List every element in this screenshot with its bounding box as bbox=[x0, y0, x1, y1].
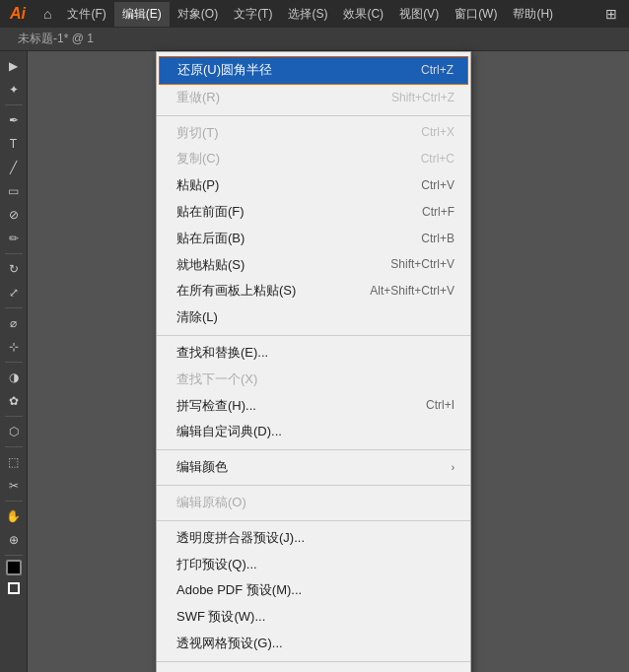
menu-item-perspgrid-label: 透视网格预设(G)... bbox=[176, 634, 283, 654]
menu-item-findnext[interactable]: 查找下一个(X) bbox=[157, 367, 470, 393]
toolbar-separator-4 bbox=[5, 362, 23, 363]
menu-object[interactable]: 对象(O) bbox=[170, 2, 226, 27]
menu-item-colorsettings[interactable]: 颜色设置(G)... Shift+Ctrl+K bbox=[157, 666, 470, 672]
tool-graph[interactable]: ⬡ bbox=[3, 421, 25, 442]
menu-sep-2 bbox=[157, 335, 470, 336]
menu-select[interactable]: 选择(S) bbox=[280, 2, 335, 27]
tool-warp[interactable]: ⌀ bbox=[3, 312, 25, 334]
home-button[interactable]: ⌂ bbox=[35, 2, 59, 26]
menu-item-pasteallboards-shortcut: Alt+Shift+Ctrl+V bbox=[370, 282, 454, 301]
menu-item-spellcheck[interactable]: 拼写检查(H)... Ctrl+I bbox=[157, 393, 470, 420]
tool-pen[interactable]: ✒ bbox=[3, 109, 25, 131]
menu-item-editdict-label: 编辑自定词典(D)... bbox=[176, 422, 282, 442]
menu-item-clear-label: 清除(L) bbox=[176, 307, 218, 328]
tool-fill[interactable] bbox=[6, 560, 22, 575]
canvas-area: 还原(U)圆角半径 Ctrl+Z 重做(R) Shift+Ctrl+Z 剪切(T… bbox=[28, 51, 629, 672]
toolbar-separator-8 bbox=[5, 555, 23, 556]
tool-blend[interactable]: ◑ bbox=[3, 367, 25, 388]
menu-edit[interactable]: 编辑(E) bbox=[114, 2, 170, 27]
menu-effect[interactable]: 效果(C) bbox=[335, 2, 391, 27]
menu-item-undo-label: 还原(U)圆角半径 bbox=[177, 60, 272, 81]
tool-type[interactable]: T bbox=[3, 133, 25, 155]
menu-item-pastefront[interactable]: 贴在前面(F) Ctrl+F bbox=[157, 199, 470, 226]
tool-scale[interactable]: ⤢ bbox=[3, 282, 25, 303]
menu-sep-6 bbox=[157, 661, 470, 662]
menu-item-findreplace-label: 查找和替换(E)... bbox=[176, 343, 268, 364]
toolbar-separator-6 bbox=[5, 446, 23, 447]
menu-item-editcolors-label: 编辑颜色 bbox=[176, 457, 228, 478]
toolbar-separator-1 bbox=[5, 104, 23, 105]
menu-item-pasteinplace[interactable]: 就地粘贴(S) Shift+Ctrl+V bbox=[157, 252, 470, 279]
menu-item-editoriginal-label: 编辑原稿(O) bbox=[176, 493, 246, 513]
menu-item-printpresets[interactable]: 打印预设(Q)... bbox=[157, 552, 470, 578]
menu-item-clear[interactable]: 清除(L) bbox=[157, 304, 470, 331]
tool-direct-select[interactable]: ✦ bbox=[3, 79, 25, 101]
menu-item-paste-shortcut: Ctrl+V bbox=[421, 176, 454, 195]
menu-item-editcolors[interactable]: 编辑颜色 › bbox=[157, 454, 470, 481]
tab-document[interactable]: 未标题-1* @ 1 bbox=[8, 29, 104, 49]
tool-artboard[interactable]: ⬚ bbox=[3, 451, 25, 473]
menu-item-pastefront-label: 贴在前面(F) bbox=[176, 202, 245, 223]
menu-sep-1 bbox=[157, 115, 470, 116]
menu-item-pasteallboards[interactable]: 在所有画板上粘贴(S) Alt+Shift+Ctrl+V bbox=[157, 278, 470, 304]
menu-view[interactable]: 视图(V) bbox=[391, 2, 447, 27]
menu-item-paste-label: 粘贴(P) bbox=[176, 175, 219, 196]
menu-sep-4 bbox=[157, 485, 470, 486]
menu-text[interactable]: 文字(T) bbox=[226, 2, 280, 27]
tool-line[interactable]: ╱ bbox=[3, 157, 25, 178]
menu-item-adobepdf[interactable]: Adobe PDF 预设(M)... bbox=[157, 577, 470, 604]
tool-slice[interactable]: ✂ bbox=[3, 475, 25, 497]
menu-item-copy-label: 复制(C) bbox=[176, 149, 220, 169]
menu-item-pasteback-label: 贴在后面(B) bbox=[176, 229, 245, 249]
menu-item-editdict[interactable]: 编辑自定词典(D)... bbox=[157, 419, 470, 445]
tool-stroke[interactable] bbox=[3, 577, 25, 599]
menu-item-printpresets-label: 打印预设(Q)... bbox=[176, 555, 257, 575]
menu-item-redo-label: 重做(R) bbox=[176, 88, 220, 108]
tool-select[interactable]: ▶ bbox=[3, 55, 25, 77]
toolbar-separator-7 bbox=[5, 501, 23, 502]
menu-item-cut-shortcut: Ctrl+X bbox=[421, 123, 454, 142]
grid-icon[interactable]: ⊞ bbox=[597, 2, 625, 26]
menu-sep-5 bbox=[157, 520, 470, 521]
menu-item-pasteback[interactable]: 贴在后面(B) Ctrl+B bbox=[157, 226, 470, 252]
toolbar-separator-2 bbox=[5, 253, 23, 254]
menu-item-spellcheck-label: 拼写检查(H)... bbox=[176, 396, 256, 417]
menu-item-cut[interactable]: 剪切(T) Ctrl+X bbox=[157, 120, 470, 147]
menu-item-paste[interactable]: 粘贴(P) Ctrl+V bbox=[157, 172, 470, 199]
menu-item-redo[interactable]: 重做(R) Shift+Ctrl+Z bbox=[157, 85, 470, 111]
toolbar-separator-5 bbox=[5, 416, 23, 417]
menu-item-undo-shortcut: Ctrl+Z bbox=[421, 61, 454, 80]
app-logo: Ai bbox=[4, 5, 32, 23]
menu-item-pasteallboards-label: 在所有画板上粘贴(S) bbox=[176, 281, 296, 302]
menu-item-redo-shortcut: Shift+Ctrl+Z bbox=[391, 89, 454, 107]
menu-item-copy-shortcut: Ctrl+C bbox=[421, 150, 454, 168]
menu-item-adobepdf-label: Adobe PDF 预设(M)... bbox=[176, 580, 302, 601]
tool-pencil[interactable]: ✏ bbox=[3, 228, 25, 249]
tool-freemesh[interactable]: ⊹ bbox=[3, 336, 25, 358]
menu-item-copy[interactable]: 复制(C) Ctrl+C bbox=[157, 146, 470, 172]
menu-item-editcolors-arrow: › bbox=[452, 460, 454, 476]
tool-paintbrush[interactable]: ⊘ bbox=[3, 204, 25, 226]
tool-symbol[interactable]: ✿ bbox=[3, 390, 25, 412]
menu-item-pasteback-shortcut: Ctrl+B bbox=[421, 230, 454, 248]
menu-item-pasteinplace-label: 就地粘贴(S) bbox=[176, 255, 245, 276]
tabbar: 未标题-1* @ 1 bbox=[0, 28, 629, 51]
menu-item-pasteinplace-shortcut: Shift+Ctrl+V bbox=[390, 255, 454, 274]
menu-item-transparency[interactable]: 透明度拼合器预设(J)... bbox=[157, 525, 470, 552]
tool-rect[interactable]: ▭ bbox=[3, 180, 25, 202]
tool-zoom[interactable]: ⊕ bbox=[3, 529, 25, 551]
menu-help[interactable]: 帮助(H) bbox=[505, 2, 561, 27]
menu-item-swf[interactable]: SWF 预设(W)... bbox=[157, 604, 470, 631]
menu-sep-3 bbox=[157, 449, 470, 450]
menubar: Ai ⌂ 文件(F) 编辑(E) 对象(O) 文字(T) 选择(S) 效果(C)… bbox=[0, 0, 629, 28]
tool-rotate[interactable]: ↻ bbox=[3, 258, 25, 280]
menu-item-pastefront-shortcut: Ctrl+F bbox=[422, 203, 454, 222]
menu-item-undo[interactable]: 还原(U)圆角半径 Ctrl+Z bbox=[159, 56, 468, 85]
menu-item-findreplace[interactable]: 查找和替换(E)... bbox=[157, 340, 470, 367]
menu-item-transparency-label: 透明度拼合器预设(J)... bbox=[176, 528, 305, 549]
menu-item-perspgrid[interactable]: 透视网格预设(G)... bbox=[157, 631, 470, 657]
menu-window[interactable]: 窗口(W) bbox=[447, 2, 505, 27]
menu-item-editoriginal[interactable]: 编辑原稿(O) bbox=[157, 490, 470, 516]
tool-hand[interactable]: ✋ bbox=[3, 505, 25, 527]
menu-file[interactable]: 文件(F) bbox=[59, 2, 113, 27]
